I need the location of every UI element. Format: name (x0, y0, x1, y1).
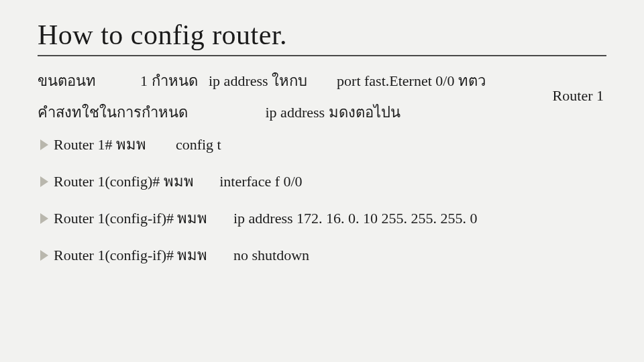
slide: How to config router. ขนตอนท 1 กำหนด ip … (0, 0, 644, 362)
list-item: Router 1(config-if)# พมพ ip address 172.… (38, 206, 606, 230)
chevron-right-icon (38, 212, 51, 225)
chevron-right-icon (38, 138, 51, 152)
bullet-list: Router 1# พมพ config t Router 1(config)#… (38, 133, 606, 267)
list-item-text: Router 1(config-if)# พมพ no shutdown (54, 243, 309, 267)
list-item: Router 1(config-if)# พมพ no shutdown (38, 243, 606, 267)
router-label: Router 1 (553, 87, 604, 105)
list-item-text: Router 1# พมพ config t (54, 133, 221, 156)
body-line-2: คำสงทใชในการกำหนด ip address มดงตอไปน (38, 101, 606, 123)
chevron-right-icon (38, 249, 51, 262)
body-line-1: ขนตอนท 1 กำหนด ip address ใหกบ port fast… (38, 70, 606, 92)
chevron-right-icon (38, 175, 51, 188)
list-item-text: Router 1(config-if)# พมพ ip address 172.… (54, 206, 478, 230)
title-rule (38, 55, 606, 56)
list-item: Router 1(config)# พมพ interface f 0/0 (38, 170, 606, 193)
list-item-text: Router 1(config)# พมพ interface f 0/0 (54, 170, 303, 193)
list-item: Router 1# พมพ config t (38, 133, 606, 156)
page-title: How to config router. (38, 19, 606, 51)
